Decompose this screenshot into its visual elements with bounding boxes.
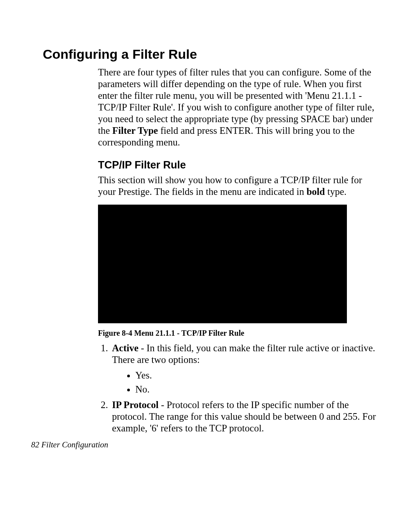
body-content: There are four types of filter rules tha… [98,67,377,434]
footer-title: Filter Configuration [39,440,108,449]
intro-bold-1: Filter Type [112,125,158,136]
subsection-intro: This section will show you how to config… [98,174,377,198]
bullet-list: Yes. No. [112,370,377,395]
list-item-text: - In this field, you can make the filter… [112,343,375,365]
subintro-text-2: type. [325,186,346,197]
list-item: IP Protocol - Protocol refers to the IP … [110,399,377,434]
section-heading: Configuring a Filter Rule [43,47,377,62]
list-item-label: Active [112,343,138,353]
page-number: 82 [31,440,39,449]
bullet-item: Yes. [135,370,377,381]
subintro-bold-1: bold [306,186,325,197]
figure-image [98,205,347,323]
subsection-heading: TCP/IP Filter Rule [98,159,377,171]
numbered-list: Active - In this field, you can make the… [98,342,377,434]
list-item: Active - In this field, you can make the… [110,342,377,395]
bullet-item: No. [135,384,377,395]
figure-caption: Figure 8-4 Menu 21.1.1 - TCP/IP Filter R… [98,329,377,338]
document-page: Configuring a Filter Rule There are four… [0,0,420,510]
page-footer: 82 Filter Configuration [31,440,108,450]
list-item-label: IP Protocol [112,400,159,410]
intro-paragraph: There are four types of filter rules tha… [98,67,377,148]
